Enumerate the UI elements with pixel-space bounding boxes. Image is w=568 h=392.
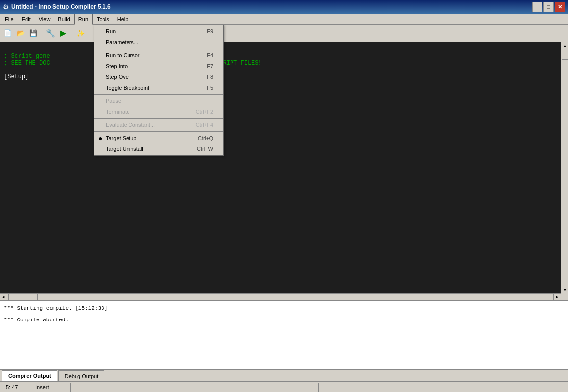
run-menu-step-over[interactable]: Step Over F8 <box>94 72 223 82</box>
editor-area[interactable]: ; Script gene Script Wizard. ; SEE THE D… <box>0 42 568 300</box>
toolbar-separator-1 <box>42 28 42 39</box>
menu-build[interactable]: Build <box>54 14 74 24</box>
menu-tools[interactable]: Tools <box>93 14 113 24</box>
tabs-bar: Compiler Output Debug Output <box>0 369 568 381</box>
code-setup: [Setup] <box>4 74 28 80</box>
tab-compiler-output[interactable]: Compiler Output <box>2 370 57 381</box>
menu-bar: File Edit View Build Run Tools Help <box>0 14 568 24</box>
run-menu-target-uninstall[interactable]: Target Uninstall Ctrl+W <box>94 144 223 154</box>
run-menu-evaluate-constant: Evaluate Constant... Ctrl+F4 <box>94 120 223 130</box>
bullet-icon: ● <box>98 134 102 142</box>
horizontal-scrollbar[interactable]: ◄ ► <box>0 293 561 300</box>
title-bar: ⚙ Untitled - Inno Setup Compiler 5.1.6 ─… <box>0 0 568 14</box>
scroll-up-button[interactable]: ▲ <box>561 42 568 49</box>
code-line-1: ; Script gene <box>4 53 50 60</box>
status-bar: 5: 47 Insert <box>0 381 568 392</box>
scroll-thumb-h[interactable] <box>8 294 38 300</box>
scroll-right-button[interactable]: ► <box>553 294 561 301</box>
output-line-2 <box>4 311 564 317</box>
wizard-button[interactable]: ✨ <box>75 27 86 39</box>
scroll-corner <box>561 293 568 300</box>
status-mode: Insert <box>31 383 71 392</box>
close-button[interactable]: ✕ <box>555 2 565 12</box>
new-button[interactable]: 📄 <box>2 27 14 39</box>
scroll-left-button[interactable]: ◄ <box>0 294 7 301</box>
run-menu-group-4: Evaluate Constant... Ctrl+F4 <box>94 119 223 132</box>
run-menu-step-into[interactable]: Step Into F7 <box>94 61 223 72</box>
run-menu-group-3: Pause Terminate Ctrl+F2 <box>94 95 223 119</box>
run-menu-pause: Pause <box>94 96 223 106</box>
menu-file[interactable]: File <box>1 14 18 24</box>
run-menu-group-5: ● Target Setup Ctrl+Q Target Uninstall C… <box>94 132 223 155</box>
run-menu-group-1: Run F9 Parameters... <box>94 25 223 49</box>
output-area: *** Starting compile. [15:12:33] *** Com… <box>0 301 568 369</box>
run-menu-parameters[interactable]: Parameters... <box>94 37 223 48</box>
output-line-1: *** Starting compile. [15:12:33] <box>4 305 564 311</box>
compile-button[interactable]: 🔧 <box>45 27 56 39</box>
app-icon: ⚙ <box>3 3 9 11</box>
menu-run[interactable]: Run <box>74 14 93 24</box>
status-right <box>319 383 567 392</box>
title-text: Untitled - Inno Setup Compiler 5.1.6 <box>11 3 532 10</box>
title-buttons: ─ □ ✕ <box>532 2 565 12</box>
run-button[interactable]: ▶ <box>57 27 69 39</box>
vertical-scrollbar[interactable]: ▲ ▼ <box>561 42 568 293</box>
menu-help[interactable]: Help <box>113 14 132 24</box>
status-position: 5: 47 <box>2 383 31 392</box>
code-line-2: ; SEE THE DOC <box>4 60 50 67</box>
status-extra <box>71 383 319 392</box>
output-line-3: *** Compile aborted. <box>4 317 564 323</box>
editor-content[interactable]: ; Script gene Script Wizard. ; SEE THE D… <box>0 42 561 293</box>
menu-edit[interactable]: Edit <box>18 14 35 24</box>
minimize-button[interactable]: ─ <box>532 2 542 12</box>
run-menu-terminate: Terminate Ctrl+F2 <box>94 106 223 117</box>
scroll-thumb-v[interactable] <box>562 50 568 60</box>
main-area: ; Script gene Script Wizard. ; SEE THE D… <box>0 42 568 392</box>
run-menu-run-to-cursor[interactable]: Run to Cursor F4 <box>94 50 223 61</box>
scroll-down-button[interactable]: ▼ <box>561 286 568 293</box>
bottom-panel: *** Starting compile. [15:12:33] *** Com… <box>0 300 568 381</box>
run-dropdown-menu: Run F9 Parameters... Run to Cursor F4 St… <box>94 24 224 156</box>
run-menu-group-2: Run to Cursor F4 Step Into F7 Step Over … <box>94 49 223 95</box>
run-menu-run[interactable]: Run F9 <box>94 26 223 37</box>
run-menu-target-setup[interactable]: ● Target Setup Ctrl+Q <box>94 133 223 144</box>
save-button[interactable]: 💾 <box>27 27 39 39</box>
run-menu-toggle-breakpoint[interactable]: Toggle Breakpoint F5 <box>94 82 223 93</box>
toolbar: 📄 📂 💾 🔧 ▶ ✨ <box>0 24 568 42</box>
tab-debug-output[interactable]: Debug Output <box>58 370 105 381</box>
toolbar-separator-2 <box>72 28 72 39</box>
open-button[interactable]: 📂 <box>15 27 26 39</box>
menu-view[interactable]: View <box>35 14 54 24</box>
maximize-button[interactable]: □ <box>543 2 554 12</box>
